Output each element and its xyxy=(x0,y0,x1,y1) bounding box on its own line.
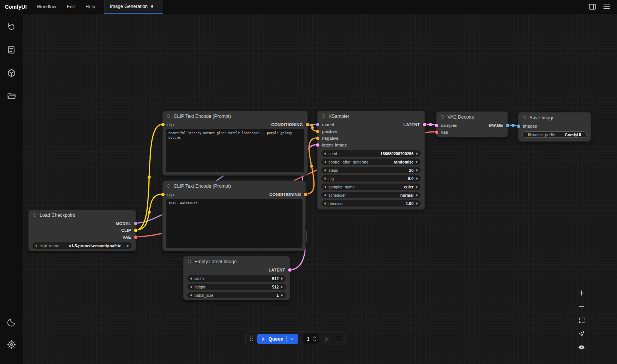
port-images-input[interactable] xyxy=(517,125,520,128)
node-clip-text-encode-negative[interactable]: CLIP Text Encode (Prompt) clip CONDITION… xyxy=(162,180,306,251)
increment-icon[interactable] xyxy=(281,286,283,288)
widget-batch-size[interactable]: batch_size 1 xyxy=(187,292,286,298)
port-latent-output[interactable] xyxy=(288,268,292,272)
fit-view-button[interactable] xyxy=(576,315,587,325)
widget-width[interactable]: width 512 xyxy=(187,275,286,282)
collapse-dot-icon[interactable] xyxy=(188,260,191,263)
clear-queue-button[interactable] xyxy=(323,335,330,343)
widget-denoise[interactable]: denoise 1.00 xyxy=(321,200,421,207)
collapse-dot-icon[interactable] xyxy=(441,115,444,119)
graph-canvas[interactable]: Load Checkpoint MODEL CLIP VAE ckpt_name… xyxy=(23,14,617,364)
port-latent-image-input[interactable] xyxy=(316,143,319,147)
widget-control-after-generate[interactable]: control_after_generate randomize xyxy=(321,159,421,165)
widget-filename-prefix[interactable]: filename_prefix ComfyUI xyxy=(522,131,587,138)
port-vae-input[interactable] xyxy=(435,131,438,134)
increment-icon[interactable] xyxy=(416,202,418,205)
menu-help[interactable]: Help xyxy=(80,0,100,14)
widget-sampler-name[interactable]: sampler_name euler xyxy=(321,184,421,190)
port-image-output[interactable] xyxy=(506,124,509,127)
next-option-icon[interactable] xyxy=(416,161,418,163)
tab-image-generation[interactable]: Image Generation xyxy=(104,0,163,14)
node-header[interactable]: Load Checkpoint xyxy=(29,210,136,220)
menu-workflow[interactable]: Workflow xyxy=(32,0,62,14)
node-header[interactable]: CLIP Text Encode (Prompt) xyxy=(163,181,305,191)
port-latent-output[interactable] xyxy=(423,123,426,126)
decrement-icon[interactable] xyxy=(324,153,326,155)
widget-seed[interactable]: seed 156680208700286 xyxy=(321,150,421,157)
collapse-dot-icon[interactable] xyxy=(523,116,526,119)
decrement-icon[interactable] xyxy=(190,286,192,288)
widget-ckpt-name[interactable]: ckpt_name v1-5-pruned-emaonly.safete... xyxy=(32,242,132,249)
prompt-textarea[interactable]: beautiful scenery nature glass bottle la… xyxy=(166,129,304,172)
batch-count-stepper[interactable]: 1 xyxy=(302,334,319,344)
increment-icon[interactable] xyxy=(416,153,418,155)
node-save-image[interactable]: Save Image images filename_prefix ComfyU… xyxy=(518,112,591,142)
increment-icon[interactable] xyxy=(416,177,418,180)
node-header[interactable]: CLIP Text Encode (Prompt) xyxy=(163,111,307,121)
node-empty-latent-image[interactable]: Empty Latent Image LATENT width 512 heig… xyxy=(183,256,290,300)
prev-option-icon[interactable] xyxy=(324,161,326,163)
widget-cfg[interactable]: cfg 8.0 xyxy=(321,175,421,182)
hamburger-menu-icon[interactable] xyxy=(603,3,611,11)
collapse-dot-icon[interactable] xyxy=(33,213,36,217)
collapse-dot-icon[interactable] xyxy=(167,114,170,118)
port-negative-input[interactable] xyxy=(316,137,319,140)
port-positive-input[interactable] xyxy=(316,130,319,133)
zoom-out-button[interactable] xyxy=(576,301,587,312)
sidebar-button-model-library[interactable] xyxy=(5,66,18,80)
toggle-panel-icon[interactable] xyxy=(588,3,597,11)
zoom-in-button[interactable] xyxy=(576,288,587,298)
widget-scheduler[interactable]: scheduler normal xyxy=(321,192,421,198)
decrement-icon[interactable] xyxy=(324,169,326,171)
sidebar-button-theme[interactable] xyxy=(5,316,18,329)
widget-steps[interactable]: steps 20 xyxy=(321,167,421,173)
sidebar-button-workflows[interactable] xyxy=(5,89,18,103)
prompt-textarea[interactable]: text, watermark xyxy=(166,199,302,248)
sidebar-button-queue[interactable] xyxy=(5,43,18,57)
stop-button[interactable] xyxy=(334,335,342,343)
menu-edit[interactable]: Edit xyxy=(62,0,80,14)
node-clip-text-encode-positive[interactable]: CLIP Text Encode (Prompt) clip CONDITION… xyxy=(162,111,308,176)
next-option-icon[interactable] xyxy=(416,186,418,188)
next-option-icon[interactable] xyxy=(416,194,418,196)
decrement-icon[interactable] xyxy=(190,278,192,280)
select-mode-button[interactable] xyxy=(576,329,587,339)
increment-icon[interactable] xyxy=(281,294,283,296)
node-header[interactable]: KSampler xyxy=(318,111,424,121)
port-model-input[interactable] xyxy=(316,123,319,126)
increment-icon[interactable] xyxy=(416,169,418,171)
sidebar-button-history[interactable] xyxy=(5,20,18,34)
port-samples-input[interactable] xyxy=(435,124,438,127)
comfyui-logo[interactable]: ComfyUI xyxy=(0,0,32,14)
sidebar-button-settings[interactable] xyxy=(5,338,18,351)
widget-height[interactable]: height 512 xyxy=(187,284,286,290)
prev-option-icon[interactable] xyxy=(324,186,326,188)
port-model-output[interactable] xyxy=(134,222,137,225)
stepper-up-icon[interactable] xyxy=(313,336,317,339)
collapse-dot-icon[interactable] xyxy=(167,184,170,188)
port-clip-input[interactable] xyxy=(161,123,165,126)
increment-icon[interactable] xyxy=(281,278,283,280)
chevron-down-icon[interactable] xyxy=(290,336,295,341)
prev-option-icon[interactable] xyxy=(324,194,326,196)
port-vae-output[interactable] xyxy=(134,236,137,239)
decrement-icon[interactable] xyxy=(190,294,192,296)
drag-handle-icon[interactable] xyxy=(250,335,253,343)
prev-value-icon[interactable] xyxy=(35,245,37,247)
decrement-icon[interactable] xyxy=(324,202,326,205)
queue-button[interactable]: Queue xyxy=(257,334,298,344)
collapse-dot-icon[interactable] xyxy=(322,114,325,118)
port-clip-output[interactable] xyxy=(134,229,137,232)
port-conditioning-output[interactable] xyxy=(304,193,307,196)
toggle-link-visibility-button[interactable] xyxy=(576,342,587,353)
node-vae-decode[interactable]: VAE Decode samples IMAGE vae xyxy=(436,111,508,137)
node-header[interactable]: Save Image xyxy=(518,113,591,123)
next-value-icon[interactable] xyxy=(127,245,129,247)
port-clip-input[interactable] xyxy=(161,193,165,196)
node-header[interactable]: Empty Latent Image xyxy=(184,256,290,267)
node-load-checkpoint[interactable]: Load Checkpoint MODEL CLIP VAE ckpt_name… xyxy=(28,210,136,251)
decrement-icon[interactable] xyxy=(324,177,326,180)
stepper-down-icon[interactable] xyxy=(313,339,317,342)
node-ksampler[interactable]: KSampler model LATENT positive negative … xyxy=(317,111,425,210)
node-header[interactable]: VAE Decode xyxy=(437,112,507,122)
